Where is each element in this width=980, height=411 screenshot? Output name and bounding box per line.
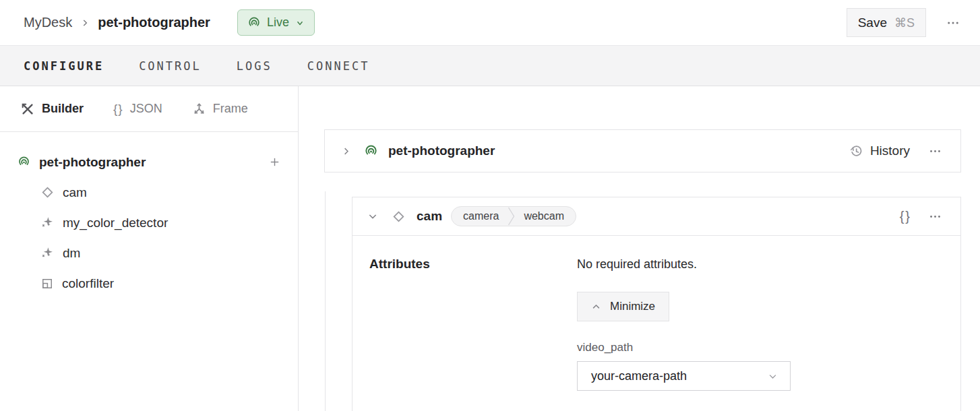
tree-item-my-color-detector[interactable]: my_color_detector [0, 208, 298, 238]
badge-divider-chevron [508, 207, 515, 226]
mode-builder-label: Builder [42, 102, 84, 116]
tree-item-cam[interactable]: cam [0, 177, 298, 208]
save-button-label: Save [858, 15, 887, 30]
header-overflow-menu-button[interactable] [944, 13, 962, 32]
chevron-down-icon [768, 371, 778, 381]
ml-sparkles-icon [40, 246, 55, 260]
add-component-button[interactable] [269, 156, 280, 168]
chevron-down-icon [367, 211, 378, 222]
mode-frame-label: Frame [213, 102, 248, 116]
video-path-label: video_path [577, 341, 944, 354]
view-mode-switcher: Builder {} JSON Frame [0, 86, 298, 132]
ellipsis-icon [929, 210, 942, 223]
attributes-empty-text: No required attributes. [577, 257, 944, 272]
component-header-actions: {} [900, 208, 944, 226]
component-menu-button[interactable] [926, 208, 944, 226]
tree-item-dm[interactable]: dm [0, 238, 298, 268]
component-type-badge: camera webcam [451, 206, 576, 226]
history-button-label: History [870, 144, 910, 158]
expand-machine-card-button[interactable] [341, 146, 351, 156]
top-header: MyDesk pet-photographer Live Save [0, 0, 980, 46]
save-button[interactable]: Save ⌘S [847, 8, 926, 37]
tab-connect[interactable]: CONNECT [307, 59, 370, 73]
component-title: cam [417, 209, 442, 224]
tree-item-label: my_color_detector [63, 216, 168, 230]
machine-card-menu-button[interactable] [926, 142, 944, 160]
chevron-up-icon [591, 302, 601, 312]
collapse-component-button[interactable] [367, 211, 378, 222]
component-card-header: cam camera webcam {} [353, 197, 960, 236]
chevron-down-icon [295, 18, 305, 28]
tree-item-label: dm [63, 246, 80, 261]
app-window: MyDesk pet-photographer Live Save [0, 0, 980, 411]
nesting-guide-line [325, 191, 326, 411]
component-card-body: Attributes No required attributes. Minim… [353, 236, 960, 391]
ml-sparkles-icon [40, 216, 55, 230]
component-card-cam: cam camera webcam {} Attributes [352, 197, 961, 411]
module-icon [40, 277, 54, 290]
breadcrumb: MyDesk pet-photographer [24, 15, 210, 30]
mode-builder[interactable]: Builder [20, 102, 84, 117]
breadcrumb-machine-name: pet-photographer [98, 15, 210, 30]
video-path-value: your-camera-path [591, 369, 687, 383]
machine-status-badge[interactable]: Live [237, 9, 315, 36]
history-clock-icon [849, 144, 863, 158]
component-tree: pet-photographer cam [0, 132, 298, 298]
tab-control[interactable]: CONTROL [139, 59, 202, 73]
chevron-right-icon [341, 146, 351, 156]
machine-card-title: pet-photographer [388, 144, 495, 158]
save-shortcut-hint: ⌘S [894, 15, 915, 30]
ellipsis-icon [946, 16, 960, 30]
chevron-right-icon [80, 18, 90, 28]
main-nav-tabs: CONFIGURE CONTROL LOGS CONNECT [0, 46, 980, 86]
machine-status-label: Live [267, 15, 289, 30]
tree-item-label: cam [63, 185, 87, 200]
camera-component-icon [40, 185, 55, 199]
tree-item-label: colorfilter [62, 276, 114, 291]
history-button[interactable]: History [849, 144, 910, 158]
tools-icon [20, 102, 35, 117]
component-model: webcam [524, 210, 564, 222]
tab-configure[interactable]: CONFIGURE [24, 59, 104, 73]
frame-axes-icon [192, 102, 206, 116]
tree-root-label: pet-photographer [39, 155, 146, 170]
tab-logs[interactable]: LOGS [237, 59, 272, 73]
view-json-button[interactable]: {} [900, 209, 911, 224]
mode-json[interactable]: {} JSON [113, 102, 162, 117]
machine-broadcast-icon [18, 156, 30, 168]
tree-item-colorfilter[interactable]: colorfilter [0, 268, 298, 298]
video-path-select[interactable]: your-camera-path [577, 361, 791, 391]
plus-icon [269, 156, 280, 168]
tree-root-machine[interactable]: pet-photographer [0, 147, 298, 177]
mode-frame[interactable]: Frame [192, 102, 248, 116]
config-sidebar: Builder {} JSON Frame [0, 86, 299, 411]
ellipsis-icon [929, 145, 942, 158]
braces-icon: {} [113, 102, 123, 117]
mode-json-label: JSON [130, 102, 162, 116]
config-main-panel: pet-photographer History [299, 86, 980, 411]
machine-card: pet-photographer History [324, 129, 961, 172]
component-type: camera [463, 210, 499, 222]
machine-broadcast-icon [247, 16, 261, 30]
minimize-button-label: Minimize [610, 300, 655, 313]
attributes-heading: Attributes [369, 257, 577, 391]
machine-broadcast-icon [364, 144, 378, 158]
breadcrumb-org[interactable]: MyDesk [24, 15, 72, 30]
minimize-button[interactable]: Minimize [577, 292, 669, 321]
camera-component-icon [392, 210, 406, 224]
header-actions: Save ⌘S [847, 8, 962, 37]
